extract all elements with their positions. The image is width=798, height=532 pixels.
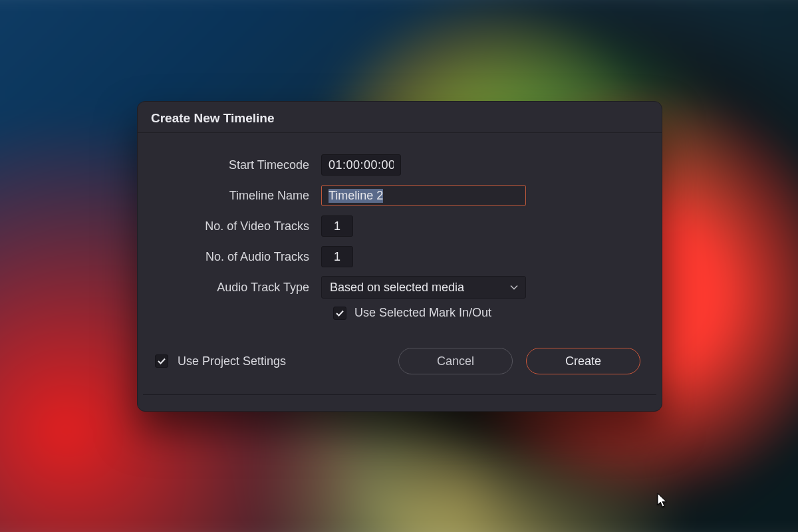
create-new-timeline-dialog: Create New Timeline Start Timecode Timel… xyxy=(137,101,662,412)
timeline-name-input[interactable] xyxy=(321,185,526,206)
video-tracks-input[interactable] xyxy=(321,215,353,237)
label-video-tracks: No. of Video Tracks xyxy=(162,219,321,233)
cancel-button[interactable]: Cancel xyxy=(398,348,513,374)
use-mark-in-out-label: Use Selected Mark In/Out xyxy=(354,306,491,320)
create-button-label: Create xyxy=(565,354,601,368)
label-timeline-name: Timeline Name xyxy=(162,189,321,203)
audio-track-type-select[interactable]: Based on selected media xyxy=(321,276,526,299)
label-audio-tracks: No. of Audio Tracks xyxy=(162,250,321,264)
dialog-title: Create New Timeline xyxy=(138,102,662,133)
row-video-tracks: No. of Video Tracks xyxy=(162,214,638,238)
cancel-button-label: Cancel xyxy=(437,354,474,368)
divider xyxy=(143,394,656,395)
use-project-settings-checkbox[interactable] xyxy=(155,354,168,368)
row-audio-track-type: Audio Track Type Based on selected media xyxy=(162,275,638,299)
row-use-mark-in-out: Use Selected Mark In/Out xyxy=(333,306,638,320)
label-audio-track-type: Audio Track Type xyxy=(162,281,321,295)
label-start-timecode: Start Timecode xyxy=(162,158,321,172)
row-start-timecode: Start Timecode xyxy=(162,153,638,177)
dialog-grab-bar xyxy=(138,402,662,411)
use-mark-in-out-checkbox[interactable] xyxy=(333,307,346,320)
use-project-settings-label: Use Project Settings xyxy=(178,354,286,368)
dialog-footer: Use Project Settings Cancel Create xyxy=(138,332,662,394)
audio-track-type-value: Based on selected media xyxy=(330,281,464,295)
start-timecode-input[interactable] xyxy=(321,154,401,176)
row-audio-tracks: No. of Audio Tracks xyxy=(162,245,638,269)
audio-tracks-input[interactable] xyxy=(321,246,353,267)
chevron-down-icon xyxy=(509,283,519,292)
dialog-body: Start Timecode Timeline Name No. of Vide… xyxy=(138,133,662,332)
row-timeline-name: Timeline Name xyxy=(162,184,638,207)
create-button[interactable]: Create xyxy=(526,348,640,374)
